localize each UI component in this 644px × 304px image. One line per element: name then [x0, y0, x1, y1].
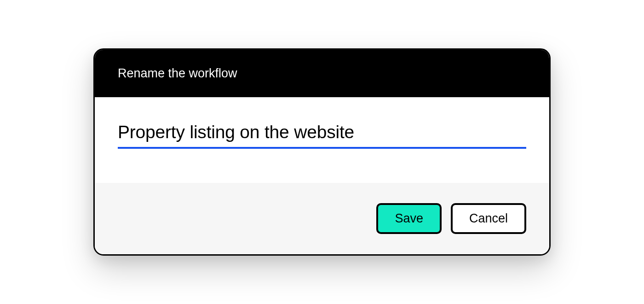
- dialog-header: Rename the workflow: [95, 50, 549, 97]
- workflow-name-input[interactable]: [118, 122, 526, 149]
- rename-workflow-dialog: Rename the workflow Save Cancel: [93, 48, 551, 256]
- dialog-title: Rename the workflow: [118, 66, 237, 80]
- dialog-footer: Save Cancel: [95, 183, 549, 254]
- save-button[interactable]: Save: [376, 203, 442, 234]
- cancel-button[interactable]: Cancel: [451, 203, 526, 234]
- dialog-body: [95, 97, 549, 183]
